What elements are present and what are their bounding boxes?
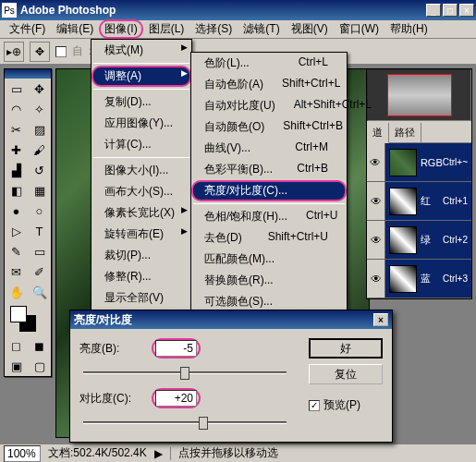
app-icon: Ps	[2, 3, 17, 18]
mi-trim[interactable]: 修整(R)...	[92, 266, 191, 287]
status-bar: 100% 文档:502.4K/502.4K ▶ 点按并拖移以移动选	[0, 444, 476, 462]
shape-tool[interactable]: ▭	[28, 241, 51, 261]
quickmask-off[interactable]: ◻	[5, 335, 28, 356]
mi-image-size[interactable]: 图像大小(I)...	[92, 160, 191, 181]
eye-icon[interactable]: 👁	[367, 182, 385, 220]
eye-icon[interactable]: 👁	[367, 143, 385, 181]
auto-select-checkbox[interactable]	[55, 46, 67, 57]
mi-match-color[interactable]: 匹配颜色(M)...	[191, 249, 347, 270]
mi-calculations[interactable]: 计算(C)...	[92, 134, 191, 155]
mi-auto-contrast[interactable]: 自动对比度(U)Alt+Shift+Ctrl+L	[191, 95, 347, 116]
arrow-icon[interactable]: ▶	[154, 447, 163, 460]
notes-tool[interactable]: ✉	[5, 261, 28, 282]
mi-levels[interactable]: 色阶(L)...Ctrl+L	[191, 53, 347, 74]
contrast-input[interactable]	[155, 390, 197, 407]
screenmode-full[interactable]: ▢	[28, 356, 51, 376]
dialog-title: 亮度/对比度	[74, 312, 132, 328]
mi-reveal-all[interactable]: 显示全部(V)	[92, 287, 191, 309]
brightness-label: 亮度(B):	[79, 341, 144, 357]
eye-icon[interactable]: 👁	[367, 221, 385, 259]
eyedropper-tool[interactable]: ✐	[28, 261, 51, 282]
mi-brightness-contrast[interactable]: 亮度/对比度(C)...	[191, 180, 347, 201]
crop-tool[interactable]: ✂	[5, 119, 28, 140]
path-tool[interactable]: ▷	[5, 221, 28, 241]
app-title: Adobe Photoshop	[20, 4, 426, 17]
mi-crop[interactable]: 裁切(P)...	[92, 245, 191, 266]
channel-thumb	[389, 265, 417, 293]
tab-paths[interactable]: 路径	[389, 123, 421, 142]
channel-blue[interactable]: 👁 蓝 Ctrl+3	[367, 260, 471, 298]
tab-channels[interactable]: 道	[367, 123, 389, 143]
mi-apply-image[interactable]: 应用图像(Y)...	[92, 113, 191, 134]
slider-thumb[interactable]	[199, 417, 208, 430]
color-swatches	[5, 302, 51, 335]
close-button[interactable]: ×	[459, 4, 474, 17]
tool-preset-button[interactable]: ▸⊕	[4, 42, 24, 62]
menu-view[interactable]: 视图(V)	[286, 19, 334, 39]
reset-button[interactable]: 复位	[309, 364, 383, 384]
pen-tool[interactable]: ✎	[5, 241, 28, 261]
stamp-tool[interactable]: ▟	[5, 160, 28, 180]
mi-mode[interactable]: 模式(M)	[92, 40, 191, 61]
heal-tool[interactable]: ✚	[5, 140, 28, 160]
move-tool[interactable]: ✥	[28, 79, 51, 99]
navigator-thumb[interactable]	[367, 69, 471, 121]
mi-replace-color[interactable]: 替换颜色(R)...	[191, 270, 347, 291]
zoom-tool[interactable]: 🔍	[28, 282, 51, 302]
slice-tool[interactable]: ▨	[28, 119, 51, 140]
channel-rgb[interactable]: 👁 RGB Ctrl+~	[367, 143, 471, 182]
brightness-input[interactable]	[155, 340, 197, 357]
dodge-tool[interactable]: ○	[28, 201, 51, 221]
mi-curves[interactable]: 曲线(V)...Ctrl+M	[191, 138, 347, 159]
ok-button[interactable]: 好	[309, 338, 383, 359]
menu-window[interactable]: 窗口(W)	[334, 19, 384, 39]
menu-select[interactable]: 选择(S)	[189, 19, 238, 39]
menu-filter[interactable]: 滤镜(T)	[238, 19, 285, 39]
channel-green[interactable]: 👁 绿 Ctrl+2	[367, 221, 471, 260]
contrast-label: 对比度(C):	[79, 391, 144, 407]
preview-checkbox[interactable]: ✓	[309, 400, 320, 411]
maximize-button[interactable]: □	[443, 4, 458, 17]
channel-red[interactable]: 👁 红 Ctrl+1	[367, 182, 471, 221]
menu-layer[interactable]: 图层(L)	[143, 19, 190, 39]
menu-edit[interactable]: 编辑(E)	[51, 19, 99, 39]
minimize-button[interactable]: _	[426, 4, 441, 17]
lasso-tool[interactable]: ◠	[5, 99, 28, 119]
type-tool[interactable]: T	[28, 221, 51, 241]
mi-hue-sat[interactable]: 色相/饱和度(H)...Ctrl+U	[191, 206, 347, 227]
menu-image[interactable]: 图像(I)	[99, 19, 142, 39]
brightness-slider[interactable]	[83, 364, 287, 383]
quickmask-on[interactable]: ◼	[28, 335, 51, 356]
menu-help[interactable]: 帮助(H)	[384, 19, 433, 39]
mi-adjustments[interactable]: 调整(A)	[92, 66, 191, 87]
zoom-field[interactable]: 100%	[4, 445, 41, 462]
brush-tool[interactable]: 🖌	[28, 140, 51, 160]
menubar: 文件(F) 编辑(E) 图像(I) 图层(L) 选择(S) 滤镜(T) 视图(V…	[0, 20, 476, 39]
hand-tool[interactable]: ✋	[5, 282, 28, 302]
history-brush-tool[interactable]: ↺	[28, 160, 51, 180]
mi-canvas-size[interactable]: 画布大小(S)...	[92, 181, 191, 202]
channel-thumb	[389, 188, 417, 215]
marquee-tool[interactable]: ▭	[5, 79, 28, 99]
mi-auto-color[interactable]: 自动颜色(O)Shift+Ctrl+B	[191, 116, 347, 138]
move-tool-icon[interactable]: ✥	[30, 42, 50, 62]
mi-rotate-canvas[interactable]: 旋转画布(E)	[92, 224, 191, 245]
mi-auto-levels[interactable]: 自动色阶(A)Shift+Ctrl+L	[191, 74, 347, 95]
contrast-slider[interactable]	[83, 414, 287, 432]
dialog-titlebar[interactable]: 亮度/对比度 ×	[70, 310, 392, 329]
eraser-tool[interactable]: ◧	[5, 180, 28, 201]
mi-color-balance[interactable]: 色彩平衡(B)...Ctrl+B	[191, 159, 347, 180]
screenmode-std[interactable]: ▣	[5, 356, 28, 376]
slider-thumb[interactable]	[180, 367, 189, 380]
mi-duplicate[interactable]: 复制(D)...	[92, 91, 191, 113]
toolbox-header[interactable]	[5, 69, 51, 79]
gradient-tool[interactable]: ▦	[28, 180, 51, 201]
mi-pixel-aspect[interactable]: 像素长宽比(X)	[92, 202, 191, 224]
blur-tool[interactable]: ●	[5, 201, 28, 221]
dialog-close-button[interactable]: ×	[373, 313, 388, 326]
mi-desaturate[interactable]: 去色(D)Shift+Ctrl+U	[191, 227, 347, 249]
wand-tool[interactable]: ✧	[28, 99, 51, 119]
foreground-color[interactable]	[10, 306, 27, 322]
menu-file[interactable]: 文件(F)	[4, 19, 51, 39]
eye-icon[interactable]: 👁	[367, 260, 385, 298]
